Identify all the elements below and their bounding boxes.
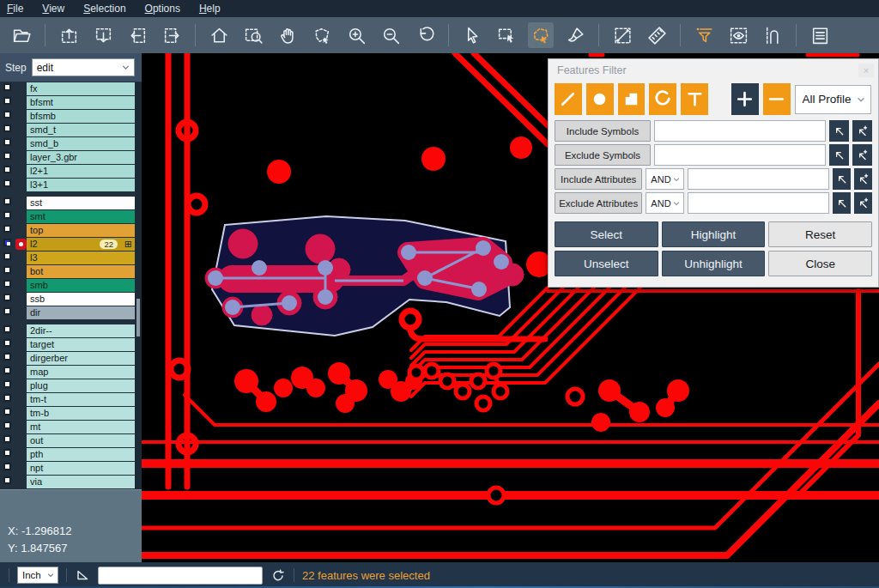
open-folder-icon[interactable] [9,22,34,48]
layer-name[interactable]: out [27,434,135,447]
layer-visibility-checkbox[interactable] [3,197,11,205]
step-selector[interactable]: edit [32,58,135,76]
highlight-button[interactable]: Highlight [662,221,766,247]
zoom-previous-icon[interactable] [412,22,438,48]
layer-visibility-checkbox[interactable] [3,83,11,91]
active-layer-indicator[interactable] [15,239,27,250]
pads-filter-button[interactable] [586,83,614,115]
layer-row-bot[interactable]: bot [0,265,135,278]
exclude-attributes-operator-select[interactable]: AND [646,192,684,214]
pan-hand-icon[interactable] [275,22,300,48]
layer-row-bfsmt[interactable]: bfsmt [0,96,135,109]
layer-row-pth[interactable]: pth [0,448,135,461]
snap-corner-icon[interactable] [75,567,90,583]
layer-visibility-checkbox[interactable] [3,408,11,415]
layer-visibility-checkbox[interactable] [3,449,11,457]
exclude-symbols-pick-add-button[interactable] [852,144,872,166]
layer-visibility-checkbox[interactable] [3,294,11,301]
layer-row-bfsmb[interactable]: bfsmb [0,110,135,123]
scroll-left-icon[interactable] [124,22,150,48]
layer-row-smd_b[interactable]: smd_b [0,137,135,150]
exclude-attributes-pick-add-button[interactable] [854,192,872,214]
layer-name[interactable]: tm-t [27,393,135,406]
zoom-polygon-icon[interactable] [309,22,335,48]
grid-icon[interactable]: ⊞ [124,239,132,250]
layer-name[interactable]: smb [27,279,135,292]
zoom-in-icon[interactable] [343,22,369,48]
layer-name[interactable]: 2dir-- [27,324,135,337]
layer-row-smt[interactable]: smt [0,210,135,223]
unhighlight-button[interactable]: Unhighlight [662,251,766,276]
layer-visibility-checkbox[interactable] [3,124,11,132]
layer-row-map[interactable]: map [0,366,135,379]
layer-visibility-checkbox[interactable] [3,325,11,333]
include-symbols-pick-button[interactable] [829,120,849,142]
layer-name[interactable]: bfsmb [27,110,135,123]
display-options-icon[interactable] [725,22,751,48]
layer-row-npt[interactable]: npt [0,462,135,475]
exclude-symbols-input[interactable] [654,144,826,166]
layer-name[interactable]: l222⊞ [27,238,135,251]
layer-row-l3+1[interactable]: l3+1 [0,179,135,191]
exclude-attributes-button[interactable]: Exclude Attributes [555,192,642,214]
command-input[interactable] [98,567,263,585]
layer-row-mt[interactable]: mt [0,421,135,433]
layer-name[interactable]: layer_3.gbr [27,151,135,164]
layer-visibility-checkbox[interactable] [3,225,11,233]
layer-row-plug[interactable]: plug [0,379,135,392]
layer-row-ssb[interactable]: ssb [0,293,135,306]
layer-name[interactable]: top [27,224,135,237]
layer-row-tm-t[interactable]: tm-t [0,393,135,406]
layer-row-fx[interactable]: fx [0,82,135,95]
unselect-button[interactable]: Unselect [555,251,658,276]
layer-row-via[interactable]: via [0,476,135,488]
scroll-up-icon[interactable] [56,22,82,48]
layer-name[interactable]: plug [27,379,135,392]
layer-name[interactable]: dir [27,306,135,319]
layer-name[interactable]: sst [27,197,135,209]
layer-name[interactable]: l2+1 [27,165,135,178]
mass-modify-brush-icon[interactable] [562,22,588,48]
layer-name[interactable]: smd_b [27,137,135,150]
close-button[interactable]: Close [768,251,872,276]
layer-name[interactable]: bot [27,265,135,278]
layer-visibility-checkbox[interactable] [3,166,11,173]
layer-visibility-checkbox[interactable] [3,239,11,246]
layer-visibility-checkbox[interactable] [3,111,11,118]
layer-visibility-checkbox[interactable] [3,211,11,219]
layer-name[interactable]: via [27,476,135,488]
layer-visibility-checkbox[interactable] [3,421,11,429]
profile-selector[interactable]: All Profile [795,85,871,114]
close-icon[interactable]: × [858,64,874,77]
layer-name[interactable]: l3 [27,252,135,264]
menu-help[interactable]: Help [199,3,221,15]
select-button[interactable]: Select [555,221,658,247]
scroll-right-icon[interactable] [159,22,185,48]
layer-name[interactable]: target [27,338,135,351]
layer-row-2dir--[interactable]: 2dir-- [0,324,135,337]
net-trace-icon[interactable] [760,22,785,48]
layer-name[interactable]: dirgerber [27,352,135,365]
layer-visibility-checkbox[interactable] [3,266,11,274]
select-cursor-icon[interactable] [459,22,485,48]
include-symbols-button[interactable]: Include Symbols [555,120,651,142]
select-polygon-icon[interactable] [528,22,554,48]
exclude-symbols-pick-button[interactable] [829,144,849,166]
layer-name[interactable]: pth [27,448,135,461]
layer-name[interactable]: mt [27,421,135,433]
layer-row-sst[interactable]: sst [0,197,135,209]
layer-visibility-checkbox[interactable] [3,353,11,361]
include-attributes-pick-add-button[interactable] [854,168,872,190]
layer-name[interactable]: tm-b [27,407,135,420]
layer-row-smd_t[interactable]: smd_t [0,124,135,136]
scroll-down-icon[interactable] [90,22,116,48]
layer-name[interactable]: bfsmt [27,96,135,109]
include-attributes-input[interactable] [688,168,829,190]
arcs-filter-button[interactable] [649,83,676,115]
layer-visibility-checkbox[interactable] [3,280,11,288]
layer-row-out[interactable]: out [0,434,135,447]
layer-visibility-checkbox[interactable] [3,339,11,347]
menu-options[interactable]: Options [145,3,180,15]
layer-name[interactable]: smd_t [27,124,135,136]
layer-name[interactable]: ssb [27,293,135,306]
